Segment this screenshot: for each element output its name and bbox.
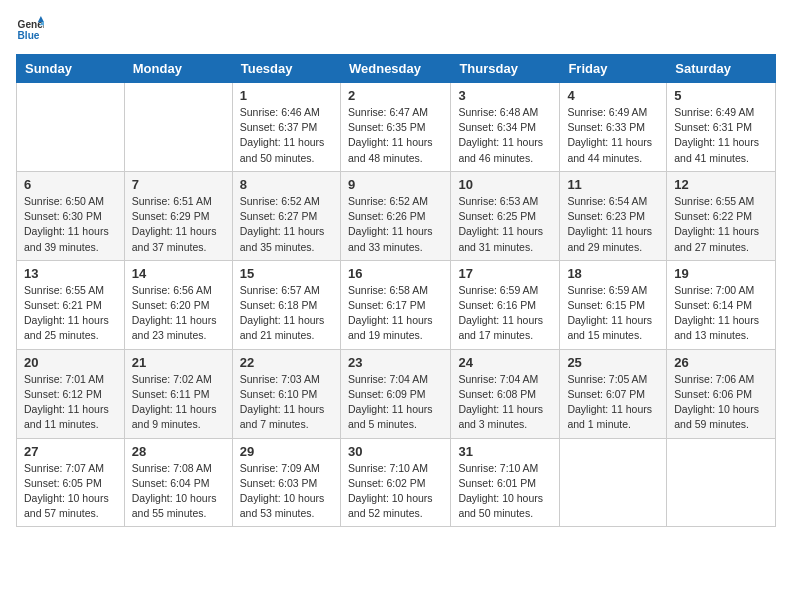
calendar-cell: 15Sunrise: 6:57 AM Sunset: 6:18 PM Dayli… — [232, 260, 340, 349]
calendar-cell: 9Sunrise: 6:52 AM Sunset: 6:26 PM Daylig… — [340, 171, 450, 260]
day-info: Sunrise: 6:59 AM Sunset: 6:16 PM Dayligh… — [458, 283, 552, 344]
day-number: 10 — [458, 177, 552, 192]
calendar-week-row: 1Sunrise: 6:46 AM Sunset: 6:37 PM Daylig… — [17, 83, 776, 172]
day-info: Sunrise: 6:59 AM Sunset: 6:15 PM Dayligh… — [567, 283, 659, 344]
calendar-cell: 11Sunrise: 6:54 AM Sunset: 6:23 PM Dayli… — [560, 171, 667, 260]
weekday-header-row: SundayMondayTuesdayWednesdayThursdayFrid… — [17, 55, 776, 83]
weekday-header-cell: Saturday — [667, 55, 776, 83]
calendar-cell: 18Sunrise: 6:59 AM Sunset: 6:15 PM Dayli… — [560, 260, 667, 349]
day-info: Sunrise: 6:48 AM Sunset: 6:34 PM Dayligh… — [458, 105, 552, 166]
day-info: Sunrise: 7:09 AM Sunset: 6:03 PM Dayligh… — [240, 461, 333, 522]
calendar-cell: 14Sunrise: 6:56 AM Sunset: 6:20 PM Dayli… — [124, 260, 232, 349]
day-info: Sunrise: 7:05 AM Sunset: 6:07 PM Dayligh… — [567, 372, 659, 433]
day-info: Sunrise: 7:03 AM Sunset: 6:10 PM Dayligh… — [240, 372, 333, 433]
calendar-cell: 6Sunrise: 6:50 AM Sunset: 6:30 PM Daylig… — [17, 171, 125, 260]
calendar-cell: 2Sunrise: 6:47 AM Sunset: 6:35 PM Daylig… — [340, 83, 450, 172]
day-number: 7 — [132, 177, 225, 192]
day-number: 17 — [458, 266, 552, 281]
day-number: 26 — [674, 355, 768, 370]
day-info: Sunrise: 7:01 AM Sunset: 6:12 PM Dayligh… — [24, 372, 117, 433]
day-info: Sunrise: 7:08 AM Sunset: 6:04 PM Dayligh… — [132, 461, 225, 522]
day-number: 28 — [132, 444, 225, 459]
day-number: 12 — [674, 177, 768, 192]
day-number: 4 — [567, 88, 659, 103]
day-info: Sunrise: 7:04 AM Sunset: 6:09 PM Dayligh… — [348, 372, 443, 433]
calendar-cell: 4Sunrise: 6:49 AM Sunset: 6:33 PM Daylig… — [560, 83, 667, 172]
calendar-cell: 8Sunrise: 6:52 AM Sunset: 6:27 PM Daylig… — [232, 171, 340, 260]
day-info: Sunrise: 6:55 AM Sunset: 6:21 PM Dayligh… — [24, 283, 117, 344]
calendar-cell: 1Sunrise: 6:46 AM Sunset: 6:37 PM Daylig… — [232, 83, 340, 172]
calendar-cell: 21Sunrise: 7:02 AM Sunset: 6:11 PM Dayli… — [124, 349, 232, 438]
weekday-header-cell: Monday — [124, 55, 232, 83]
day-number: 25 — [567, 355, 659, 370]
calendar-cell — [560, 438, 667, 527]
day-info: Sunrise: 6:51 AM Sunset: 6:29 PM Dayligh… — [132, 194, 225, 255]
day-number: 24 — [458, 355, 552, 370]
day-number: 14 — [132, 266, 225, 281]
calendar-cell: 20Sunrise: 7:01 AM Sunset: 6:12 PM Dayli… — [17, 349, 125, 438]
calendar-cell: 19Sunrise: 7:00 AM Sunset: 6:14 PM Dayli… — [667, 260, 776, 349]
svg-text:Blue: Blue — [18, 30, 40, 41]
calendar-cell: 31Sunrise: 7:10 AM Sunset: 6:01 PM Dayli… — [451, 438, 560, 527]
calendar-cell: 12Sunrise: 6:55 AM Sunset: 6:22 PM Dayli… — [667, 171, 776, 260]
day-number: 30 — [348, 444, 443, 459]
calendar-cell: 28Sunrise: 7:08 AM Sunset: 6:04 PM Dayli… — [124, 438, 232, 527]
calendar-cell: 30Sunrise: 7:10 AM Sunset: 6:02 PM Dayli… — [340, 438, 450, 527]
day-info: Sunrise: 6:49 AM Sunset: 6:33 PM Dayligh… — [567, 105, 659, 166]
calendar-cell: 10Sunrise: 6:53 AM Sunset: 6:25 PM Dayli… — [451, 171, 560, 260]
day-info: Sunrise: 7:02 AM Sunset: 6:11 PM Dayligh… — [132, 372, 225, 433]
calendar-cell: 25Sunrise: 7:05 AM Sunset: 6:07 PM Dayli… — [560, 349, 667, 438]
day-info: Sunrise: 7:00 AM Sunset: 6:14 PM Dayligh… — [674, 283, 768, 344]
weekday-header-cell: Tuesday — [232, 55, 340, 83]
day-number: 1 — [240, 88, 333, 103]
day-number: 2 — [348, 88, 443, 103]
day-info: Sunrise: 6:46 AM Sunset: 6:37 PM Dayligh… — [240, 105, 333, 166]
calendar-cell — [17, 83, 125, 172]
day-number: 23 — [348, 355, 443, 370]
day-number: 3 — [458, 88, 552, 103]
calendar-week-row: 20Sunrise: 7:01 AM Sunset: 6:12 PM Dayli… — [17, 349, 776, 438]
weekday-header-cell: Wednesday — [340, 55, 450, 83]
weekday-header-cell: Thursday — [451, 55, 560, 83]
day-info: Sunrise: 6:49 AM Sunset: 6:31 PM Dayligh… — [674, 105, 768, 166]
calendar-cell: 23Sunrise: 7:04 AM Sunset: 6:09 PM Dayli… — [340, 349, 450, 438]
calendar-cell: 17Sunrise: 6:59 AM Sunset: 6:16 PM Dayli… — [451, 260, 560, 349]
day-number: 13 — [24, 266, 117, 281]
day-info: Sunrise: 6:52 AM Sunset: 6:27 PM Dayligh… — [240, 194, 333, 255]
day-info: Sunrise: 7:10 AM Sunset: 6:01 PM Dayligh… — [458, 461, 552, 522]
day-number: 21 — [132, 355, 225, 370]
calendar-cell — [124, 83, 232, 172]
day-info: Sunrise: 6:52 AM Sunset: 6:26 PM Dayligh… — [348, 194, 443, 255]
calendar-cell: 13Sunrise: 6:55 AM Sunset: 6:21 PM Dayli… — [17, 260, 125, 349]
weekday-header-cell: Friday — [560, 55, 667, 83]
day-number: 8 — [240, 177, 333, 192]
day-info: Sunrise: 7:06 AM Sunset: 6:06 PM Dayligh… — [674, 372, 768, 433]
calendar-cell: 5Sunrise: 6:49 AM Sunset: 6:31 PM Daylig… — [667, 83, 776, 172]
day-info: Sunrise: 7:04 AM Sunset: 6:08 PM Dayligh… — [458, 372, 552, 433]
day-number: 18 — [567, 266, 659, 281]
logo: General Blue — [16, 16, 48, 44]
calendar-table: SundayMondayTuesdayWednesdayThursdayFrid… — [16, 54, 776, 527]
day-number: 19 — [674, 266, 768, 281]
day-number: 9 — [348, 177, 443, 192]
day-number: 11 — [567, 177, 659, 192]
calendar-cell: 3Sunrise: 6:48 AM Sunset: 6:34 PM Daylig… — [451, 83, 560, 172]
day-number: 20 — [24, 355, 117, 370]
calendar-week-row: 6Sunrise: 6:50 AM Sunset: 6:30 PM Daylig… — [17, 171, 776, 260]
calendar-week-row: 27Sunrise: 7:07 AM Sunset: 6:05 PM Dayli… — [17, 438, 776, 527]
day-info: Sunrise: 6:58 AM Sunset: 6:17 PM Dayligh… — [348, 283, 443, 344]
header: General Blue — [16, 16, 776, 44]
day-number: 6 — [24, 177, 117, 192]
day-info: Sunrise: 7:07 AM Sunset: 6:05 PM Dayligh… — [24, 461, 117, 522]
calendar-cell: 22Sunrise: 7:03 AM Sunset: 6:10 PM Dayli… — [232, 349, 340, 438]
calendar-cell: 16Sunrise: 6:58 AM Sunset: 6:17 PM Dayli… — [340, 260, 450, 349]
calendar-cell: 26Sunrise: 7:06 AM Sunset: 6:06 PM Dayli… — [667, 349, 776, 438]
day-number: 5 — [674, 88, 768, 103]
day-info: Sunrise: 7:10 AM Sunset: 6:02 PM Dayligh… — [348, 461, 443, 522]
calendar-week-row: 13Sunrise: 6:55 AM Sunset: 6:21 PM Dayli… — [17, 260, 776, 349]
day-number: 22 — [240, 355, 333, 370]
day-info: Sunrise: 6:55 AM Sunset: 6:22 PM Dayligh… — [674, 194, 768, 255]
weekday-header-cell: Sunday — [17, 55, 125, 83]
day-number: 15 — [240, 266, 333, 281]
day-info: Sunrise: 6:47 AM Sunset: 6:35 PM Dayligh… — [348, 105, 443, 166]
